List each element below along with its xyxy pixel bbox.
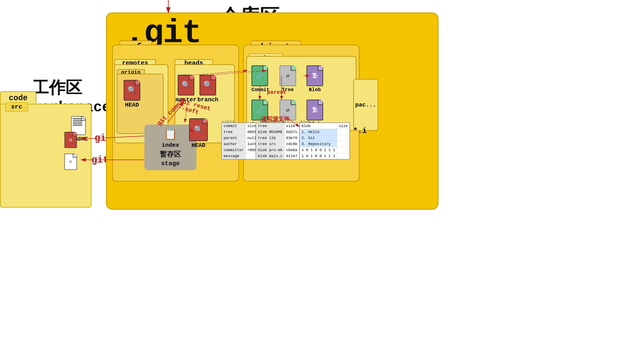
obj-blob-icon: 🗜 Blob (306, 65, 323, 93)
obj-commit-icon: 🔗 Commit (252, 65, 269, 93)
stage-box: 📋 index 暂存区 stage (144, 125, 196, 170)
commit-table: commitsize treed001f parentnull authorlu… (221, 123, 261, 160)
file-row1: ⊙ (64, 132, 77, 148)
tree-table: treesize blob READMEbd37u tree lib03e78 … (256, 123, 300, 160)
file-row2: ⊙ (64, 154, 77, 170)
master-file: 🔍 master (176, 75, 196, 103)
stage-zh-label: 暂存区 (160, 150, 181, 159)
parent-label: parent (267, 89, 286, 95)
head-outside: 🔍 HEAD (189, 118, 208, 149)
pac-box: pac... (353, 79, 378, 131)
branch-file: 🔍 branch (198, 75, 218, 103)
obj-tree-icon: ⇄ Tree (280, 65, 296, 93)
index-label: index (162, 142, 179, 148)
read-write-label: 读写源文件 (261, 115, 290, 123)
stage-icon: 📋 (164, 128, 177, 141)
src-tab: src (5, 102, 28, 111)
scene: 仓库区 repository 工作区 workspace code src RE… (0, 0, 644, 362)
stage-en-label: stage (161, 160, 180, 167)
star-i-label: *.i (353, 127, 367, 135)
head-file-origin: 🔍 HEAD (124, 80, 140, 108)
blob-table: blobsize 1. Hello 2. Git 3. Repository 1… (299, 123, 350, 160)
